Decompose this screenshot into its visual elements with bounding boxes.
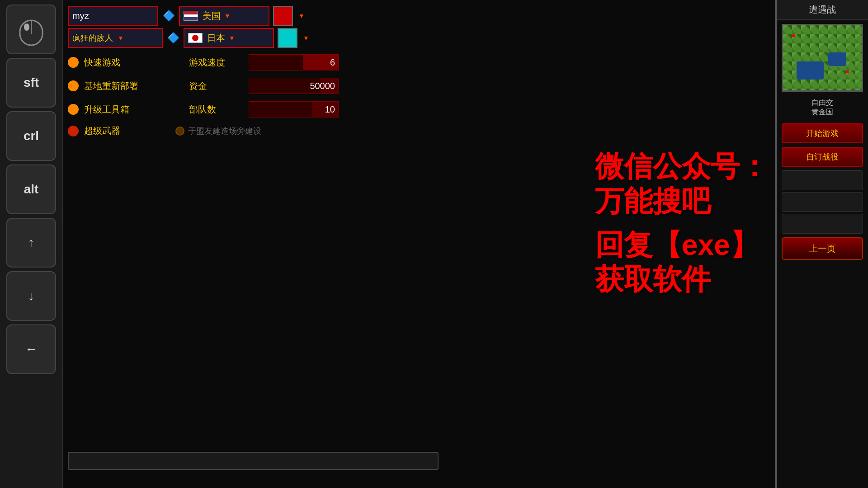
upgrade-toolbox-label: 升级工具箱 xyxy=(84,103,156,116)
down-arrow-key[interactable]: ↓ xyxy=(6,271,56,321)
fast-game-indicator[interactable] xyxy=(68,57,79,68)
player1-color-dropdown[interactable]: ▼ xyxy=(298,12,305,19)
map-terrain xyxy=(783,25,862,90)
game-speed-value: 6 xyxy=(330,57,335,68)
us-flag-icon xyxy=(184,11,198,21)
watermark-line2: 万能搜吧 xyxy=(595,184,769,219)
player1-color-box[interactable] xyxy=(273,6,293,26)
crl-key[interactable]: crl xyxy=(6,111,56,161)
spacer-btn-1 xyxy=(782,170,863,190)
fast-game-label: 快速游戏 xyxy=(84,56,156,69)
player1-faction-icon: 🔷 xyxy=(162,9,175,23)
player2-ai-label: 疯狂的敌人 xyxy=(72,33,113,43)
game-options: 快速游戏 游戏速度 6 基地重新部署 资金 50000 升级工具箱 部队数 10 xyxy=(68,54,439,144)
map-subtitle-line1: 自由交 xyxy=(779,98,865,108)
game-right-panel: 遭遇战 自由交 黄金国 开始游戏 自订战役 上一页 xyxy=(775,0,868,488)
player2-country-label: 日本 xyxy=(207,32,225,44)
watermark-overlay: 微信公众号： 万能搜吧 回复【exe】 获取软件 xyxy=(595,149,769,297)
up-arrow-key[interactable]: ↑ xyxy=(6,218,56,267)
map-title: 遭遇战 xyxy=(777,0,868,20)
player2-color-dropdown[interactable]: ▼ xyxy=(303,34,309,42)
funds-bar: 50000 xyxy=(249,78,339,94)
sft-key-left[interactable]: sft xyxy=(6,58,56,108)
map-preview xyxy=(782,24,863,92)
upgrade-toolbox-indicator[interactable] xyxy=(68,104,79,115)
start-game-button[interactable]: 开始游戏 xyxy=(782,123,863,143)
bottom-bar[interactable] xyxy=(68,452,439,470)
player2-country-dropdown[interactable]: ▼ xyxy=(229,34,235,42)
left-keyboard-panel: sft crl alt ↑ ↓ ← xyxy=(0,0,63,488)
build-near-ally-label: 于盟友建造场旁建设 xyxy=(188,126,261,136)
build-near-ally-indicator xyxy=(175,127,184,136)
funds-label: 资金 xyxy=(189,80,243,92)
super-weapon-indicator[interactable] xyxy=(68,126,79,136)
player2-ai-dropdown[interactable]: ▼ xyxy=(118,34,124,42)
game-speed-label: 游戏速度 xyxy=(189,56,243,69)
mouse-icon xyxy=(6,5,56,54)
svg-point-2 xyxy=(24,23,29,31)
map-subtitle-line2: 黄金国 xyxy=(779,108,865,117)
map-water-2 xyxy=(828,52,846,66)
player1-row: 🔷 美国 ▼ ▼ xyxy=(68,5,800,27)
prev-page-button[interactable]: 上一页 xyxy=(782,237,863,260)
funds-value: 50000 xyxy=(310,81,335,91)
fast-game-row: 快速游戏 游戏速度 6 xyxy=(68,54,439,70)
build-near-ally-option: 于盟友建造场旁建设 xyxy=(175,126,261,136)
base-redeploy-indicator[interactable] xyxy=(68,80,79,91)
player2-row: 疯狂的敌人 ▼ 🔷 日本 ▼ ▼ xyxy=(68,28,800,48)
player2-country-select[interactable]: 日本 ▼ xyxy=(184,28,274,48)
alt-key[interactable]: alt xyxy=(6,164,56,214)
super-weapon-row: 超级武器 于盟友建造场旁建设 xyxy=(68,125,439,137)
units-bar: 10 xyxy=(249,101,339,117)
player1-country-label: 美国 xyxy=(203,10,221,22)
player2-faction-icon: 🔷 xyxy=(166,31,180,45)
upgrade-toolbox-row: 升级工具箱 部队数 10 xyxy=(68,101,439,117)
super-weapon-label: 超级武器 xyxy=(84,125,156,137)
watermark-line1: 微信公众号： xyxy=(595,149,769,184)
player-name-input[interactable] xyxy=(68,6,158,26)
watermark-line4: 获取软件 xyxy=(595,262,769,297)
player2-color-box[interactable] xyxy=(278,28,297,48)
map-dot-1 xyxy=(792,34,795,37)
spacer-btn-2 xyxy=(782,192,863,212)
map-dot-2 xyxy=(846,70,849,73)
game-speed-bar: 6 xyxy=(249,54,339,70)
custom-mission-button[interactable]: 自订战役 xyxy=(782,147,863,167)
spacer-btn-3 xyxy=(782,214,863,234)
units-value: 10 xyxy=(325,104,335,115)
map-subtitle: 自由交 黄金国 xyxy=(777,95,868,120)
player1-country-select[interactable]: 美国 ▼ xyxy=(179,6,269,26)
player2-ai-select[interactable]: 疯狂的敌人 ▼ xyxy=(68,28,163,48)
map-water-1 xyxy=(797,61,824,80)
player1-country-dropdown[interactable]: ▼ xyxy=(224,12,231,19)
base-redeploy-row: 基地重新部署 资金 50000 xyxy=(68,78,439,94)
watermark-line3: 回复【exe】 xyxy=(595,228,769,263)
left-arrow-key[interactable]: ← xyxy=(6,324,56,374)
jp-flag-icon xyxy=(188,33,203,43)
base-redeploy-label: 基地重新部署 xyxy=(84,80,156,92)
units-label: 部队数 xyxy=(189,103,243,116)
